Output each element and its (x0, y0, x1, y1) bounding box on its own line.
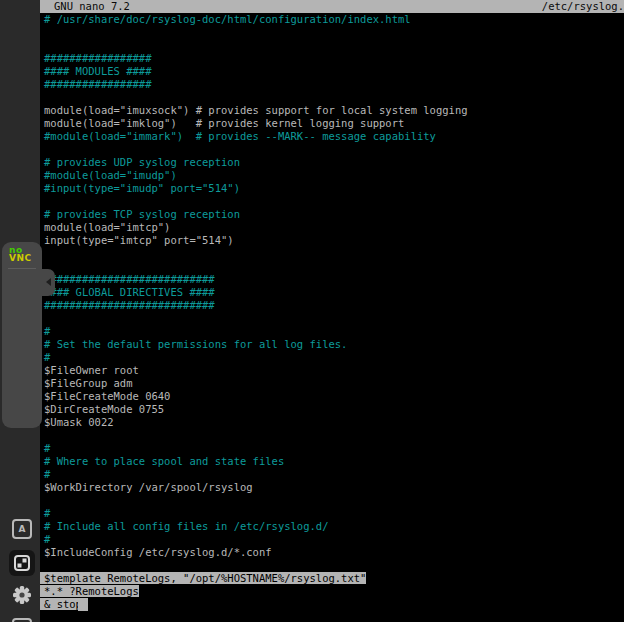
config-line: # Where to place spool and state files (40, 455, 624, 468)
config-line: # /usr/share/doc/rsyslog-doc/html/config… (40, 13, 624, 26)
config-line: ################# (40, 52, 624, 65)
nano-filename: /etc/rsyslog. (542, 0, 624, 13)
config-line (40, 143, 624, 156)
config-line: #module(load="imudp") (40, 169, 624, 182)
config-line: module(load="imtcp") (40, 221, 624, 234)
config-line: # (40, 442, 624, 455)
config-line: # provides UDP syslog reception (40, 156, 624, 169)
gear-icon (12, 585, 32, 608)
config-line (40, 195, 624, 208)
config-line (40, 247, 624, 260)
config-line: module(load="imuxsock") # provides suppo… (40, 104, 624, 117)
fullscreen-button[interactable] (2, 550, 42, 576)
disconnect-button[interactable] (2, 618, 42, 622)
panel-divider (8, 268, 36, 269)
config-line (40, 39, 624, 52)
config-line: ################# (40, 78, 624, 91)
config-line: $FileCreateMode 0640 (40, 390, 624, 403)
config-line: $template RemoteLogs, "/opt/%HOSTNAME%/r… (40, 572, 624, 585)
config-line: $DirCreateMode 0755 (40, 403, 624, 416)
config-line: ########################### (40, 299, 624, 312)
config-line (40, 26, 624, 39)
config-line (40, 312, 624, 325)
config-line: & stop (40, 598, 624, 611)
config-line: $IncludeConfig /etc/rsyslog.d/*.conf (40, 546, 624, 559)
novnc-control-bar: no VNC A (2, 242, 42, 428)
text-cursor (82, 598, 88, 611)
config-line: # (40, 468, 624, 481)
config-line: # (40, 351, 624, 364)
config-line (40, 429, 624, 442)
config-line: $Umask 0022 (40, 416, 624, 429)
fullscreen-icon (9, 550, 35, 576)
collapse-left-icon (46, 278, 51, 286)
power-icon (12, 618, 32, 622)
novnc-logo-vnc: VNC (9, 254, 32, 262)
config-line: #### GLOBAL DIRECTIVES #### (40, 286, 624, 299)
config-line: #input(type="imudp" port="514") (40, 182, 624, 195)
config-line: # Set the default permissions for all lo… (40, 338, 624, 351)
config-line: # Include all config files in /etc/rsysl… (40, 520, 624, 533)
config-line: # provides TCP syslog reception (40, 208, 624, 221)
keyboard-a-icon: A (12, 519, 32, 539)
config-line (40, 260, 624, 273)
nano-titlebar: GNU nano 7.2 /etc/rsyslog. (40, 0, 624, 13)
config-line: # (40, 507, 624, 520)
config-line: $FileOwner root (40, 364, 624, 377)
control-bar-handle[interactable] (42, 269, 55, 296)
config-line (40, 559, 624, 572)
settings-button[interactable] (2, 585, 42, 607)
config-line (40, 91, 624, 104)
config-line: $FileGroup adm (40, 377, 624, 390)
novnc-logo: no VNC (9, 246, 32, 262)
nano-editor-area[interactable]: # /usr/share/doc/rsyslog-doc/html/config… (40, 13, 624, 622)
config-line: #module(load="immark") # provides --MARK… (40, 130, 624, 143)
extra-keys-button[interactable]: A (2, 519, 42, 539)
config-line: #### MODULES #### (40, 65, 624, 78)
config-line (40, 494, 624, 507)
config-line: # (40, 533, 624, 546)
config-line: *.* ?RemoteLogs (40, 585, 624, 598)
config-line: module(load="imklog") # provides kernel … (40, 117, 624, 130)
config-line: input(type="imtcp" port="514") (40, 234, 624, 247)
config-line: ########################### (40, 273, 624, 286)
config-line: $WorkDirectory /var/spool/rsyslog (40, 481, 624, 494)
config-line: # (40, 325, 624, 338)
nano-app-title: GNU nano 7.2 (54, 0, 130, 13)
